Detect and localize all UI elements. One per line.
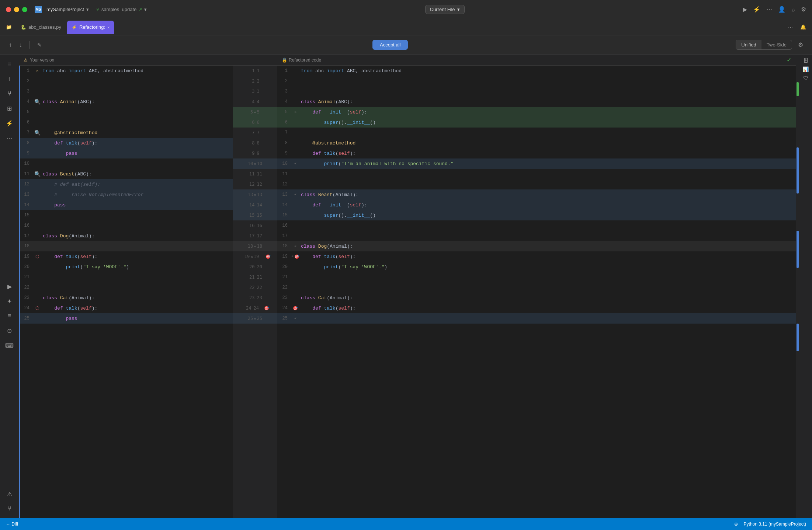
center-row-16: 1616: [233, 220, 277, 231]
tab-more-icon[interactable]: ⋯: [785, 23, 796, 31]
accept-all-button[interactable]: Accept all: [372, 40, 408, 50]
minimize-button[interactable]: [14, 7, 19, 12]
center-row-19: 19«19🎯: [233, 251, 277, 262]
center-numbers-scroll: 11 22 33 44 5«5 66 77: [233, 66, 277, 518]
sidebar-icon-nav[interactable]: ≡: [3, 57, 16, 71]
settings-icon[interactable]: ⚙: [801, 6, 806, 13]
center-row-25: 25«25: [233, 313, 277, 324]
right-header-text: Refactored code: [289, 57, 321, 63]
lens-icon-l4[interactable]: 🔍: [33, 99, 41, 105]
left-sidebar: ≡ ↑ ⑂ ⊞ ⚡ ⋯ ▶ ✦ ≡ ⊙ ⌨ ⚠ ⑂: [0, 55, 19, 518]
toolbar-nav: ↑ ↓: [6, 40, 25, 50]
code-row-r20: 20 print("I say 'WOOF'."): [277, 262, 796, 272]
code-row-l17: 17 class Dog(Animal):: [19, 231, 233, 241]
code-row-r21: 21: [277, 272, 796, 282]
target-icon-r24[interactable]: 🎯: [291, 306, 299, 311]
center-row-2: 22: [233, 76, 277, 86]
sidebar-icon-terminal[interactable]: ⌨: [3, 339, 16, 352]
center-row-15: 1515: [233, 210, 277, 220]
scroll-blue-indicator-1: [797, 147, 799, 194]
center-row-23: 2323: [233, 293, 277, 303]
diff-label[interactable]: ← Diff: [6, 522, 18, 527]
branch-info[interactable]: ⑂ samples_update ↗ ▾: [96, 7, 147, 12]
center-row-18: 18«18: [233, 241, 277, 251]
warning-icon-l1: ⚠: [33, 68, 41, 74]
more-icon[interactable]: ⋯: [766, 6, 772, 13]
sidebar-icon-issues[interactable]: ⚠: [3, 487, 16, 501]
code-row-r12: 12: [277, 179, 796, 189]
database-icon[interactable]: 🗄: [803, 57, 808, 63]
chart-icon[interactable]: 📊: [802, 66, 809, 72]
nav-down-button[interactable]: ↓: [16, 40, 25, 50]
sidebar-icon-up[interactable]: ↑: [3, 72, 16, 86]
center-panel: 11 22 33 44 5«5 66 77: [233, 55, 277, 518]
lens-icon-l11[interactable]: 🔍: [33, 171, 41, 177]
center-row-1: 11: [233, 66, 277, 76]
edit-button[interactable]: ✎: [34, 41, 45, 49]
check-mark-icon: ✓: [787, 56, 791, 63]
left-code-scroll[interactable]: 1 ⚠ from abc import ABC, abstractmethod …: [19, 66, 233, 518]
user-icon[interactable]: 👤: [778, 6, 785, 13]
shield-icon[interactable]: 🛡: [803, 75, 808, 81]
sidebar-icon-run[interactable]: ▶: [3, 280, 16, 293]
statusbar: ← Diff ⊕ Python 3.11 (mySampleProject): [0, 518, 812, 530]
sidebar-icon-more[interactable]: ⋯: [3, 131, 16, 144]
project-name[interactable]: mySampleProject ▾: [46, 7, 89, 12]
titlebar-center: Current File ▾: [151, 5, 738, 14]
close-button[interactable]: [6, 7, 11, 12]
sidebar-icon-plugins[interactable]: ⊞: [3, 102, 16, 115]
current-file-button[interactable]: Current File ▾: [425, 5, 465, 14]
folder-icon[interactable]: 📁: [3, 23, 15, 31]
sidebar-icon-git[interactable]: ⑂: [3, 87, 16, 100]
center-row-3: 33: [233, 86, 277, 97]
code-row-l14: 14 pass: [19, 200, 233, 210]
code-row-r17: 17: [277, 231, 796, 241]
statusbar-left: ← Diff: [6, 522, 18, 527]
code-row-r11: 11: [277, 169, 796, 179]
tab-close-icon[interactable]: ×: [107, 25, 110, 29]
nav-up-button[interactable]: ↑: [6, 40, 15, 50]
tabbar: 📁 🐍 abc_classes.py ⚡ Refactoring: × ⋯ 🔔: [0, 19, 812, 35]
sidebar-icon-vcs[interactable]: ⑂: [3, 502, 16, 515]
maximize-button[interactable]: [22, 7, 27, 12]
code-row-r18: 18 « class Dog(Animal):: [277, 241, 796, 251]
warning-triangle-icon: ⚠: [24, 57, 28, 63]
center-row-8: 88: [233, 138, 277, 148]
code-row-r5: 5 « def __init__(self):: [277, 107, 796, 117]
code-row-r19: 19 « 🎯 def talk(self):: [277, 251, 796, 262]
sidebar-icon-publish[interactable]: ⊙: [3, 324, 16, 337]
code-row-l16: 16: [19, 220, 233, 231]
code-row-l21: 21: [19, 272, 233, 282]
toolbar-divider: [30, 41, 30, 49]
traffic-lights: [6, 7, 27, 12]
code-row-r8: 8 @abstractmethod: [277, 138, 796, 148]
view-toggle: Unified Two-Side: [736, 40, 792, 50]
code-row-l3: 3: [19, 86, 233, 97]
code-row-l7: 7 🔍 @abstractmethod: [19, 128, 233, 138]
center-row-22: 2222: [233, 282, 277, 293]
python-version-label[interactable]: Python 3.11 (mySampleProject): [744, 522, 806, 527]
unified-view-button[interactable]: Unified: [736, 40, 761, 49]
right-code-scroll[interactable]: 1 from abc import ABC, abstractmethod 2 …: [277, 66, 796, 518]
lens-icon-l7[interactable]: 🔍: [33, 130, 41, 136]
center-row-12: 1212: [233, 179, 277, 189]
chevron-icon-r10: «: [291, 162, 299, 166]
tab-refactoring[interactable]: ⚡ Refactoring: ×: [67, 21, 114, 34]
search-icon[interactable]: ⌕: [791, 6, 795, 13]
diff-icon-l24[interactable]: ⬡: [33, 306, 41, 311]
diff-icon-l19[interactable]: ⬡: [33, 254, 41, 259]
notification-bell-icon[interactable]: 🔔: [797, 23, 809, 31]
diff-settings-icon[interactable]: ⚙: [795, 40, 806, 50]
sidebar-icon-ai[interactable]: ✦: [3, 294, 16, 308]
sidebar-icon-debug[interactable]: ⚡: [3, 116, 16, 130]
run-icon[interactable]: ▶: [743, 6, 747, 13]
toolbar: ↑ ↓ ✎ Accept all Unified Two-Side ⚙: [0, 35, 812, 55]
code-row-l25: 25 pass: [19, 313, 233, 324]
debug-icon[interactable]: ⚡: [753, 6, 760, 13]
tab-abc-classes[interactable]: 🐍 abc_classes.py: [16, 21, 66, 34]
code-row-r6: 6 super().__init__(): [277, 117, 796, 128]
two-side-view-button[interactable]: Two-Side: [761, 40, 792, 49]
sidebar-icon-layers[interactable]: ≡: [3, 309, 16, 322]
code-row-l5: 5: [19, 107, 233, 117]
chevron-icon-r18: «: [291, 244, 299, 248]
